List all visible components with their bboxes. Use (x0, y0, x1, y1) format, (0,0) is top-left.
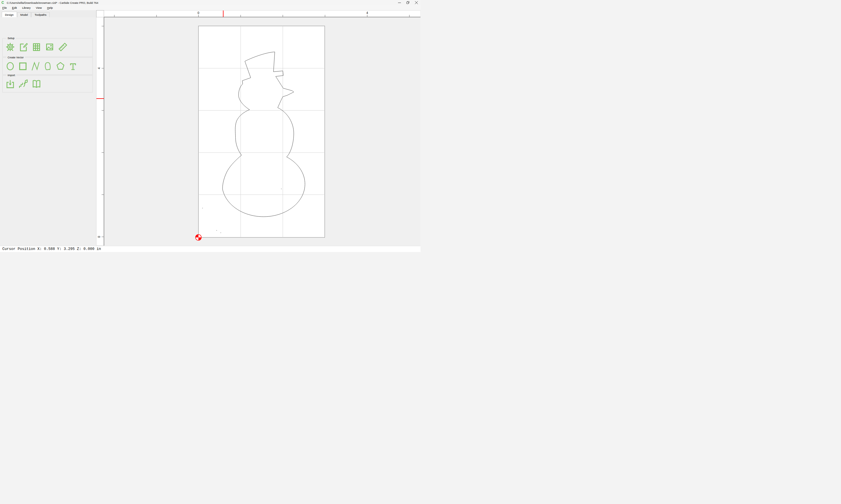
create-vector-group: Create Vector (2, 57, 93, 75)
document-pencil-icon (19, 42, 28, 52)
restore-button[interactable] (404, 0, 412, 5)
ruler-top-label-4: 4 (366, 11, 368, 15)
design-tool-panel: Setup (0, 17, 96, 246)
ruler-corner-box (96, 11, 104, 18)
cursor-y-value: 3.295 (64, 247, 75, 251)
menu-file[interactable]: File (0, 5, 9, 10)
menu-library[interactable]: Library (20, 5, 33, 10)
ruler-icon (58, 42, 67, 52)
app-logo-icon: C (1, 1, 5, 4)
cursor-x-label: X: (37, 247, 42, 251)
import-file-button[interactable] (5, 79, 15, 89)
cursor-units: in (97, 247, 101, 251)
cursor-position-label: Cursor Position (2, 247, 35, 251)
menu-bar: File Edit Library View Help (0, 5, 420, 10)
import-group: Import (2, 75, 93, 92)
menu-view[interactable]: View (33, 5, 45, 10)
origin-marker (196, 234, 202, 240)
tab-toolpaths[interactable]: Toolpaths (31, 12, 50, 17)
grid-settings-button[interactable] (32, 42, 41, 52)
menu-help[interactable]: Help (45, 5, 55, 10)
ruler-left-label-4: 4 (97, 67, 101, 69)
ruler-left-label-0: 0 (97, 236, 101, 238)
book-icon (32, 79, 41, 89)
circle-tool-button[interactable] (5, 61, 15, 71)
setup-group-label: Setup (6, 37, 16, 40)
import-group-label: Import (6, 74, 16, 77)
setup-group: Setup (2, 38, 93, 57)
cursor-z-value: 0.000 (84, 247, 95, 251)
curve-icon (43, 61, 53, 71)
trace-image-button[interactable] (19, 79, 28, 89)
tab-model[interactable]: Model (17, 12, 31, 17)
gear-icon (5, 42, 15, 52)
minimize-button[interactable] (395, 0, 404, 5)
polyline-icon (31, 61, 40, 71)
measure-button[interactable] (58, 42, 67, 52)
title-bar: C C:/Users/willa/Downloads/snowman.c2d* … (0, 0, 420, 5)
polyline-tool-button[interactable] (31, 61, 40, 71)
ruler-top-label-0: 0 (198, 11, 200, 15)
tab-strip: Design Model Toolpaths (0, 10, 96, 17)
grid-icon (32, 42, 41, 52)
import-icon (5, 79, 15, 89)
background-image-button[interactable] (45, 42, 54, 52)
polygon-icon (56, 61, 65, 71)
job-setup-gear-button[interactable] (5, 42, 15, 52)
stock-boundary (199, 26, 325, 237)
rectangle-tool-button[interactable] (18, 61, 28, 71)
status-bar: Cursor Position X: 0.588 Y: 3.295 Z: 0.0… (0, 246, 420, 252)
trace-icon (19, 79, 28, 89)
design-library-button[interactable] (32, 79, 41, 89)
menu-edit[interactable]: Edit (9, 5, 19, 10)
cursor-z-label: Z: (77, 247, 81, 251)
image-icon (45, 42, 54, 52)
ruler-top: 0 4 (104, 11, 420, 17)
cursor-y-label: Y: (57, 247, 62, 251)
window-title: C:/Users/willa/Downloads/snowman.c2d* - … (7, 1, 98, 4)
cursor-x-value: 0.588 (44, 247, 55, 251)
rectangle-icon (18, 61, 28, 71)
window-controls (395, 0, 420, 5)
circle-icon (5, 61, 15, 71)
ruler-left: 4 0 (96, 17, 104, 246)
text-tool-button[interactable]: T (68, 61, 78, 71)
polygon-tool-button[interactable] (56, 61, 65, 71)
carbide-create-window: { "window": { "title": "C:/Users/willa/D… (0, 0, 420, 252)
create-vector-group-label: Create Vector (6, 56, 25, 59)
text-icon: T (68, 61, 78, 71)
edit-document-button[interactable] (19, 42, 28, 52)
curve-tool-button[interactable] (43, 61, 53, 71)
close-button[interactable] (412, 0, 420, 5)
design-canvas-area[interactable]: 0 4 4 0 (96, 10, 420, 246)
canvas-svg: 0 4 4 0 (96, 10, 420, 246)
tab-design[interactable]: Design (2, 12, 17, 17)
svg-text:T: T (70, 61, 75, 71)
